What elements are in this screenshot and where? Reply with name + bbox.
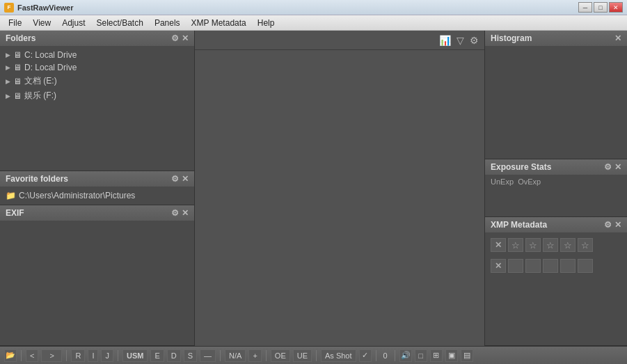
sep-7	[376, 350, 376, 361]
menu-adjust[interactable]: Adjust	[56, 17, 90, 29]
xmp-star-5[interactable]: ☆	[578, 238, 593, 252]
exif-header: EXIF ⚙ ✕	[0, 205, 194, 221]
folders-close-icon[interactable]: ✕	[182, 33, 189, 43]
exif-settings-icon[interactable]: ⚙	[171, 208, 179, 218]
xmp-color-3[interactable]	[543, 259, 558, 273]
favorite-folders-header-icons: ⚙ ✕	[171, 174, 189, 184]
rating-i-button[interactable]: I	[88, 349, 98, 362]
menu-file[interactable]: File	[3, 17, 27, 29]
folder-item-c[interactable]: ▶ 🖥 C: Local Drive	[0, 49, 194, 61]
triangle-icon-e: ▶	[6, 78, 10, 85]
drive-icon-f: 🖥	[13, 91, 22, 101]
xmp-x-btn-2[interactable]: ✕	[491, 259, 506, 273]
exposure-title: Exposure Stats	[491, 162, 551, 172]
filter-icon[interactable]: ▽	[457, 35, 464, 46]
chart-icon[interactable]: 📊	[439, 35, 451, 46]
view-icon-3[interactable]: ▣	[445, 349, 458, 362]
xmp-star-1[interactable]: ☆	[508, 238, 523, 252]
check-button[interactable]: ✓	[359, 349, 372, 362]
folder-item-d[interactable]: ▶ 🖥 D: Local Drive	[0, 61, 194, 74]
oe-button[interactable]: OE	[271, 349, 290, 362]
xmp-section: XMP Metadata ⚙ ✕ ✕ ☆ ☆ ☆ ☆ ☆ ✕	[485, 217, 627, 346]
folder-item-f[interactable]: ▶ 🖥 娱乐 (F:)	[0, 88, 194, 103]
xmp-header-icons: ⚙ ✕	[604, 220, 621, 230]
xmp-star-3[interactable]: ☆	[543, 238, 558, 252]
exposure-header: Exposure Stats ⚙ ✕	[485, 159, 627, 175]
favorite-folder-path: C:\Users\Administrator\Pictures	[19, 191, 135, 200]
center-settings-icon[interactable]: ⚙	[470, 35, 479, 46]
zero-value: 0	[381, 351, 390, 360]
title-left: F FastRawViewer	[4, 3, 74, 13]
open-folder-button[interactable]: 📂	[4, 349, 17, 362]
xmp-color-4[interactable]	[560, 259, 576, 273]
na-label: N/A	[225, 349, 246, 362]
menu-select-batch[interactable]: Select/Batch	[91, 17, 149, 29]
center-panel: 📊 ▽ ⚙	[195, 31, 484, 346]
favorite-settings-icon[interactable]: ⚙	[171, 174, 179, 184]
right-panel: Histogram ✕ Exposure Stats ⚙ ✕ UnExp OvE…	[484, 31, 627, 346]
triangle-icon-d: ▶	[6, 64, 10, 71]
s-button[interactable]: S	[184, 349, 197, 362]
minimize-button[interactable]: ─	[578, 2, 592, 13]
folders-settings-icon[interactable]: ⚙	[171, 33, 179, 43]
histogram-close-icon[interactable]: ✕	[614, 33, 621, 43]
view-icon-1[interactable]: □	[415, 349, 427, 362]
favorite-folder-item[interactable]: 📁 C:\Users\Administrator\Pictures	[0, 189, 194, 202]
close-button[interactable]: ✕	[609, 2, 623, 13]
as-shot-button[interactable]: As Shot	[321, 349, 356, 362]
view-icon-4[interactable]: ▤	[461, 349, 473, 362]
xmp-content: ✕ ☆ ☆ ☆ ☆ ☆ ✕	[485, 232, 627, 302]
xmp-colors-row: ✕	[489, 258, 623, 274]
histogram-content	[485, 46, 627, 116]
exif-header-icons: ⚙ ✕	[171, 208, 189, 218]
sep-5	[266, 350, 267, 361]
xmp-color-2[interactable]	[525, 259, 541, 273]
maximize-button[interactable]: □	[594, 2, 608, 13]
d-button[interactable]: D	[167, 349, 181, 362]
drive-icon-d: 🖥	[13, 63, 22, 72]
menu-help[interactable]: Help	[252, 17, 280, 29]
favorite-folders-content: 📁 C:\Users\Administrator\Pictures	[0, 187, 194, 205]
menu-xmp-metadata[interactable]: XMP Metadata	[186, 17, 252, 29]
main-area: Folders ⚙ ✕ ▶ 🖥 C: Local Drive ▶ 🖥 D: Lo…	[0, 31, 627, 346]
sep-2	[66, 350, 67, 361]
speaker-icon[interactable]: 🔊	[399, 349, 412, 362]
app-title: FastRawViewer	[17, 3, 74, 12]
plus-button[interactable]: +	[248, 349, 261, 362]
folder-item-e[interactable]: ▶ 🖥 文档 (E:)	[0, 74, 194, 88]
ue-button[interactable]: UE	[293, 349, 312, 362]
rating-r-button[interactable]: R	[71, 349, 85, 362]
folders-header: Folders ⚙ ✕	[0, 31, 194, 46]
xmp-settings-icon[interactable]: ⚙	[604, 220, 612, 230]
e-button[interactable]: E	[150, 349, 164, 362]
triangle-icon-c: ▶	[6, 52, 10, 58]
sep-3	[118, 350, 118, 361]
menu-panels[interactable]: Panels	[149, 17, 186, 29]
rating-j-button[interactable]: J	[101, 349, 113, 362]
nav-prev-button[interactable]: <	[26, 349, 38, 362]
unexposed-label: UnExp	[491, 177, 514, 186]
drive-icon-c: 🖥	[13, 50, 22, 60]
app-icon: F	[4, 3, 14, 13]
xmp-star-2[interactable]: ☆	[525, 238, 541, 252]
exposure-close-icon[interactable]: ✕	[614, 162, 621, 172]
folder-label-e: 文档 (E:)	[24, 75, 57, 87]
exposure-section: Exposure Stats ⚙ ✕ UnExp OvExp	[485, 159, 627, 217]
xmp-color-1[interactable]	[508, 259, 523, 273]
triangle-icon-f: ▶	[6, 93, 10, 100]
exif-title: EXIF	[6, 208, 24, 218]
xmp-star-4[interactable]: ☆	[560, 238, 576, 252]
menu-view[interactable]: View	[27, 17, 56, 29]
nav-next-button[interactable]: >	[41, 349, 62, 362]
exposure-settings-icon[interactable]: ⚙	[604, 162, 612, 172]
exif-close-icon[interactable]: ✕	[182, 208, 189, 218]
usm-button[interactable]: USM	[122, 349, 148, 362]
folders-header-icons: ⚙ ✕	[171, 33, 189, 43]
xmp-close-icon[interactable]: ✕	[614, 220, 621, 230]
title-bar: F FastRawViewer ─ □ ✕	[0, 0, 627, 15]
favorite-close-icon[interactable]: ✕	[182, 174, 189, 184]
view-icon-2[interactable]: ⊞	[430, 349, 443, 362]
minus-button[interactable]: —	[200, 349, 216, 362]
xmp-x-btn-1[interactable]: ✕	[491, 238, 506, 252]
xmp-color-5[interactable]	[578, 259, 593, 273]
